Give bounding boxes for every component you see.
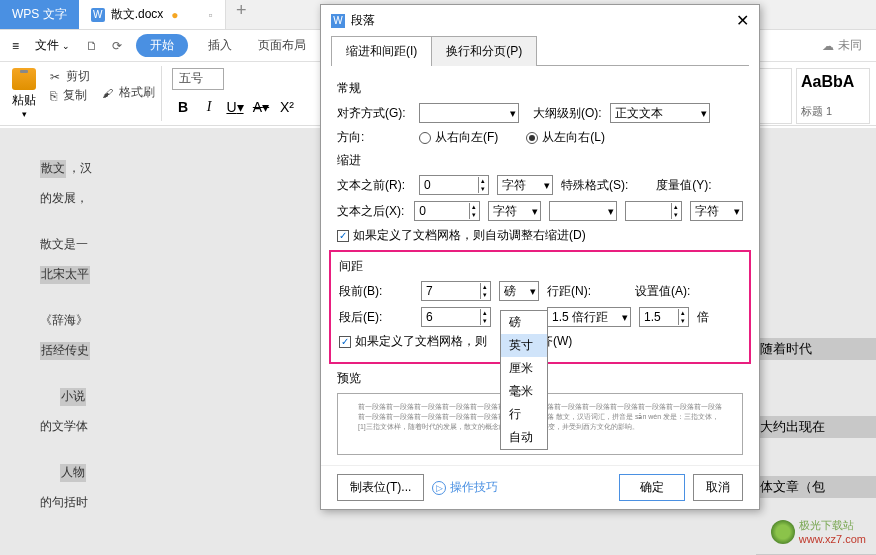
- wps-tab[interactable]: WPS 文字: [0, 0, 79, 29]
- strike-button[interactable]: A▾: [250, 96, 272, 118]
- space-before-unit[interactable]: 磅: [499, 281, 539, 301]
- doc-status-icon: ●: [171, 8, 178, 22]
- line-spacing-label: 行距(N):: [547, 283, 591, 300]
- watermark-logo: [771, 520, 795, 544]
- tabstops-button[interactable]: 制表位(T)...: [337, 474, 424, 501]
- ribbon-icon-2[interactable]: ⟳: [106, 35, 128, 57]
- insert-tab[interactable]: 插入: [196, 33, 244, 58]
- cloud-sync[interactable]: ☁ 未同: [822, 37, 870, 54]
- unit-option-mm[interactable]: 毫米: [501, 380, 547, 403]
- file-menu[interactable]: 文件 ⌄: [27, 33, 78, 58]
- watermark: 极光下载站 www.xz7.com: [771, 518, 866, 545]
- dialog-title: 段落: [351, 12, 375, 29]
- paste-button[interactable]: 粘贴▾: [4, 66, 44, 121]
- unit-option-cm[interactable]: 厘米: [501, 357, 547, 380]
- set-value-spinner[interactable]: 1.5: [639, 307, 689, 327]
- format-painter-button[interactable]: 格式刷: [102, 84, 155, 101]
- italic-button[interactable]: I: [198, 96, 220, 118]
- snippet-3: 体文章（包: [756, 476, 876, 498]
- indent-after-spinner[interactable]: 0: [414, 201, 480, 221]
- dialog-icon: W: [331, 14, 345, 28]
- help-icon: ▷: [432, 481, 446, 495]
- hamburger-icon[interactable]: ≡: [6, 35, 25, 57]
- indent-grid-checkbox[interactable]: ✓如果定义了文档网格，则自动调整右缩进(D): [337, 227, 586, 244]
- copy-button[interactable]: 复制: [50, 87, 90, 104]
- superscript-button[interactable]: X²: [276, 96, 298, 118]
- font-size-select[interactable]: 五号: [172, 68, 224, 90]
- bold-button[interactable]: B: [172, 96, 194, 118]
- tab-indent-spacing[interactable]: 缩进和间距(I): [331, 36, 432, 66]
- doc-icon: W: [91, 8, 105, 22]
- indent-before-spinner[interactable]: 0: [419, 175, 489, 195]
- tab-line-breaks[interactable]: 换行和分页(P): [431, 36, 537, 66]
- space-before-label: 段前(B):: [339, 283, 413, 300]
- measure-unit[interactable]: 字符: [690, 201, 743, 221]
- rtl-radio[interactable]: 从右向左(F): [419, 129, 498, 146]
- cut-button[interactable]: 剪切: [50, 68, 90, 85]
- space-before-spinner[interactable]: 7: [421, 281, 491, 301]
- cancel-button[interactable]: 取消: [693, 474, 743, 501]
- section-indent: 缩进: [337, 152, 743, 169]
- outline-combo[interactable]: 正文文本: [610, 103, 710, 123]
- measure-label: 度量值(Y):: [656, 177, 711, 194]
- line-spacing-combo[interactable]: 1.5 倍行距: [547, 307, 631, 327]
- underline-button[interactable]: U▾: [224, 96, 246, 118]
- ltr-radio[interactable]: 从左向右(L): [526, 129, 605, 146]
- close-icon[interactable]: ✕: [736, 11, 749, 30]
- unit-option-line[interactable]: 行: [501, 403, 547, 426]
- cloud-icon: ☁: [822, 39, 834, 53]
- indent-after-unit[interactable]: 字符: [488, 201, 541, 221]
- scissors-icon: [50, 70, 60, 84]
- unit-dropdown: 磅 英寸 厘米 毫米 行 自动: [500, 310, 548, 450]
- spacing-grid-checkbox[interactable]: ✓如果定义了文档网格，则: [339, 333, 487, 350]
- paste-icon: [12, 68, 36, 90]
- indent-after-label: 文本之后(X):: [337, 203, 406, 220]
- ok-button[interactable]: 确定: [619, 474, 685, 501]
- help-link[interactable]: ▷操作技巧: [432, 479, 498, 496]
- set-value-unit: 倍: [697, 309, 709, 326]
- outline-label: 大纲级别(O):: [533, 105, 602, 122]
- doc-name: 散文.docx: [111, 6, 164, 23]
- doc-close-icon[interactable]: ▫: [209, 8, 213, 22]
- unit-option-pt[interactable]: 磅: [501, 311, 547, 334]
- ribbon-icon-1[interactable]: 🗋: [80, 35, 104, 57]
- align-label: 对齐方式(G):: [337, 105, 411, 122]
- measure-spinner[interactable]: [625, 201, 682, 221]
- section-general: 常规: [337, 80, 743, 97]
- document-tab[interactable]: W 散文.docx ● ▫: [79, 0, 226, 29]
- align-combo[interactable]: [419, 103, 519, 123]
- unit-option-auto[interactable]: 自动: [501, 426, 547, 449]
- layout-tab[interactable]: 页面布局: [246, 33, 318, 58]
- add-tab-button[interactable]: +: [226, 0, 257, 29]
- snippet-2: 大约出现在: [756, 416, 876, 438]
- space-after-spinner[interactable]: 6: [421, 307, 491, 327]
- brush-icon: [102, 86, 113, 100]
- indent-before-unit[interactable]: 字符: [497, 175, 553, 195]
- copy-icon: [50, 89, 57, 103]
- indent-before-label: 文本之前(R):: [337, 177, 411, 194]
- section-spacing: 间距: [339, 258, 741, 275]
- set-value-label: 设置值(A):: [635, 283, 690, 300]
- unit-option-inch[interactable]: 英寸: [501, 334, 547, 357]
- space-after-label: 段后(E):: [339, 309, 413, 326]
- snippet-1: 随着时代: [756, 338, 876, 360]
- special-combo[interactable]: [549, 201, 617, 221]
- start-tab[interactable]: 开始: [136, 34, 188, 57]
- special-label: 特殊格式(S):: [561, 177, 628, 194]
- style-heading1[interactable]: AaBbA 标题 1: [796, 68, 870, 124]
- direction-label: 方向:: [337, 129, 411, 146]
